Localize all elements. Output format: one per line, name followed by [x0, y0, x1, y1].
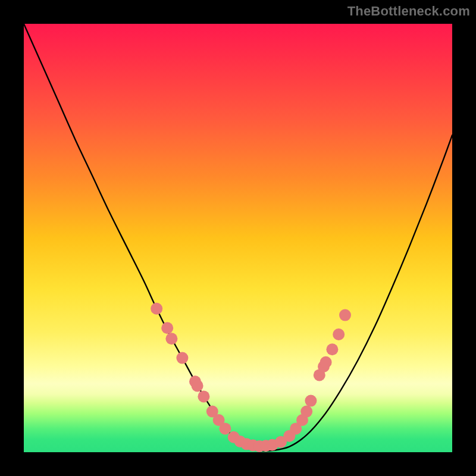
curve-dots	[151, 303, 351, 452]
curve-dot	[305, 395, 317, 407]
curve-dot	[219, 422, 231, 434]
curve-dot	[176, 352, 188, 364]
watermark-label: TheBottleneck.com	[347, 4, 470, 19]
curve-dot	[326, 343, 338, 355]
curve-dot	[333, 328, 345, 340]
chart-stage: TheBottleneck.com	[0, 0, 476, 476]
curve-dot	[151, 303, 162, 315]
curve-dot	[192, 380, 203, 392]
curve-dot	[161, 322, 173, 334]
curve-dot	[300, 406, 312, 418]
curve-dot	[198, 390, 209, 402]
bottleneck-chart	[24, 24, 452, 452]
curve-dot	[339, 309, 351, 321]
plot-area	[24, 24, 452, 452]
curve-dot	[165, 333, 177, 345]
bottleneck-curve	[24, 24, 452, 451]
curve-dot	[320, 356, 332, 368]
